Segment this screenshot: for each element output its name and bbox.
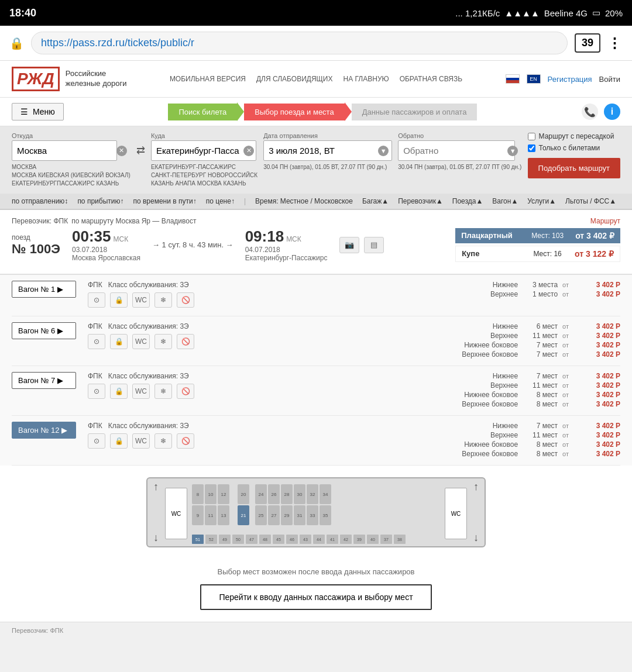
date-group: Дата отправления ▼ 30.04 ПН (завтра), 01…: [263, 132, 392, 171]
sort-benefits[interactable]: Льготы / ФСС▲: [565, 197, 616, 205]
seat[interactable]: 20: [238, 484, 249, 504]
seat[interactable]: 47: [246, 535, 257, 544]
seat[interactable]: 52: [205, 535, 217, 544]
sort-departure[interactable]: по отправлению↕: [12, 197, 68, 205]
step-2[interactable]: Выбор поезда и места: [244, 104, 344, 120]
seat[interactable]: 39: [353, 535, 365, 544]
seat[interactable]: 27: [268, 505, 280, 525]
route-checkbox[interactable]: [528, 133, 535, 140]
seat-row: Верхнее боковое 7 мест от 3 402 Р: [448, 350, 620, 359]
seat[interactable]: 13: [218, 505, 229, 525]
mobile-version-link[interactable]: МОБИЛЬНАЯ ВЕРСИЯ: [170, 75, 246, 83]
flag-ru[interactable]: [506, 74, 520, 84]
seat[interactable]: 34: [320, 484, 331, 504]
seat[interactable]: 43: [300, 535, 311, 544]
seat[interactable]: 31: [294, 505, 305, 525]
wagon-7-button[interactable]: Вагон № 7 ▶: [12, 372, 76, 389]
seat[interactable]: 26: [268, 484, 280, 504]
seat[interactable]: 32: [307, 484, 318, 504]
flag-en[interactable]: EN: [527, 74, 541, 84]
from-input[interactable]: [12, 140, 117, 161]
seat-row: Нижнее боковое 8 мест от 3 402 Р: [448, 391, 620, 399]
date-clear-icon[interactable]: ▼: [378, 146, 389, 156]
menu-button[interactable]: ☰ Меню: [12, 103, 64, 120]
seat[interactable]: 35: [320, 505, 331, 525]
return-input[interactable]: [398, 140, 515, 161]
seat[interactable]: 38: [394, 535, 406, 544]
home-link[interactable]: НА ГЛАВНУЮ: [344, 75, 389, 83]
seat[interactable]: 45: [273, 535, 284, 544]
sort-price[interactable]: по цене↑: [206, 197, 235, 205]
seat[interactable]: 9: [192, 505, 204, 525]
seat[interactable]: 51: [192, 535, 204, 544]
to-input[interactable]: [151, 140, 256, 161]
seat[interactable]: 50: [232, 535, 244, 544]
seat-row: Верхнее 11 мест от 3 402 Р: [448, 381, 620, 390]
sort-baggage[interactable]: Багаж▲: [362, 197, 389, 205]
seat[interactable]: 11: [205, 505, 217, 525]
sort-arrival[interactable]: по прибытию↑: [77, 197, 123, 205]
url-bar[interactable]: https://pass.rzd.ru/tickets/public/r: [31, 32, 568, 54]
seat[interactable]: 46: [286, 535, 298, 544]
sort-trains[interactable]: Поезда▲: [452, 197, 483, 205]
seat[interactable]: 28: [281, 484, 293, 504]
wagon-12-button[interactable]: Вагон № 12 ▶: [12, 422, 76, 439]
seat[interactable]: 30: [294, 484, 305, 504]
seat[interactable]: 40: [367, 535, 379, 544]
login-link[interactable]: Войти: [599, 75, 620, 84]
seat-selected[interactable]: 21: [238, 505, 249, 525]
seat[interactable]: 8: [192, 484, 204, 504]
seat[interactable]: 49: [219, 535, 231, 544]
status-bar-right: ... 1,21КБ/с ▲▲▲▲ Beeline 4G ▭ 20%: [455, 8, 623, 18]
step-3: Данные пассажиров и оплата: [352, 104, 478, 120]
coupe-row[interactable]: Купе Мест: 16 от 3 122 ₽: [455, 246, 620, 262]
wc-left: WC: [165, 488, 187, 539]
to-clear-icon[interactable]: ✕: [243, 146, 254, 156]
steps-bar: ☰ Меню Поиск билета Выбор поезда и места…: [0, 98, 632, 126]
sort-wagon[interactable]: Вагон▲: [492, 197, 518, 205]
seat[interactable]: 29: [281, 505, 293, 525]
seat[interactable]: 24: [255, 484, 267, 504]
from-clear-icon[interactable]: ✕: [116, 146, 127, 156]
wagon-1-button[interactable]: Вагон № 1 ▶: [12, 281, 76, 298]
proceed-button[interactable]: Перейти к вводу данных пассажира и выбор…: [200, 584, 431, 610]
sort-services[interactable]: Услуги▲: [527, 197, 556, 205]
seat[interactable]: 41: [327, 535, 338, 544]
wagon-1-class: ФПК Класс обслуживания: 3Э: [88, 281, 436, 289]
carrier: Beeline 4G: [544, 8, 588, 18]
tickets-checkbox[interactable]: [528, 144, 535, 152]
arrow-up-right: ↑: [473, 481, 479, 493]
arrow-up-left: ↑: [153, 481, 159, 493]
seat[interactable]: 12: [218, 484, 229, 504]
route-link[interactable]: Маршрут: [590, 217, 620, 225]
tab-count[interactable]: 39: [575, 33, 600, 53]
info-icon[interactable]: i: [604, 104, 620, 120]
browser-bar: 🔒 https://pass.rzd.ru/tickets/public/r 3…: [0, 26, 632, 61]
accessibility-link[interactable]: ДЛЯ СЛАБОВИДЯЩИХ: [256, 75, 333, 83]
feedback-link[interactable]: ОБРАТНАЯ СВЯЗЬ: [400, 75, 463, 83]
date-input[interactable]: [263, 140, 392, 161]
sort-duration[interactable]: по времени в пути↑: [133, 197, 196, 205]
seat[interactable]: 42: [340, 535, 352, 544]
seat[interactable]: 48: [259, 535, 271, 544]
search-button[interactable]: Подобрать маршрут: [528, 158, 620, 178]
phone-icon[interactable]: 📞: [582, 104, 598, 120]
seat[interactable]: 37: [380, 535, 392, 544]
platzkart-row[interactable]: Плацкартный Мест: 103 от 3 402 ₽: [455, 228, 620, 243]
seat-row: Нижнее 3 места от 3 402 Р: [448, 281, 620, 289]
seat[interactable]: 10: [205, 484, 217, 504]
amenity-snow: ❄: [154, 292, 172, 308]
swap-button[interactable]: ⇄: [136, 144, 145, 157]
seat[interactable]: 44: [313, 535, 325, 544]
to-input-wrap: ✕: [151, 140, 257, 161]
top-nav: РЖД Российские железные дороги МОБИЛЬНАЯ…: [0, 61, 632, 98]
step-1[interactable]: Поиск билета: [168, 104, 237, 120]
register-link[interactable]: Регистрация: [548, 75, 592, 84]
sort-carrier[interactable]: Перевозчик▲: [398, 197, 443, 205]
seat[interactable]: 33: [307, 505, 318, 525]
wagon-6-button[interactable]: Вагон № 6 ▶: [12, 322, 76, 339]
seat[interactable]: 25: [255, 505, 267, 525]
sort-time[interactable]: Время: Местное / Московское: [255, 197, 353, 205]
browser-menu-icon[interactable]: ⋮: [607, 35, 623, 51]
return-clear-icon[interactable]: ▼: [507, 146, 518, 156]
